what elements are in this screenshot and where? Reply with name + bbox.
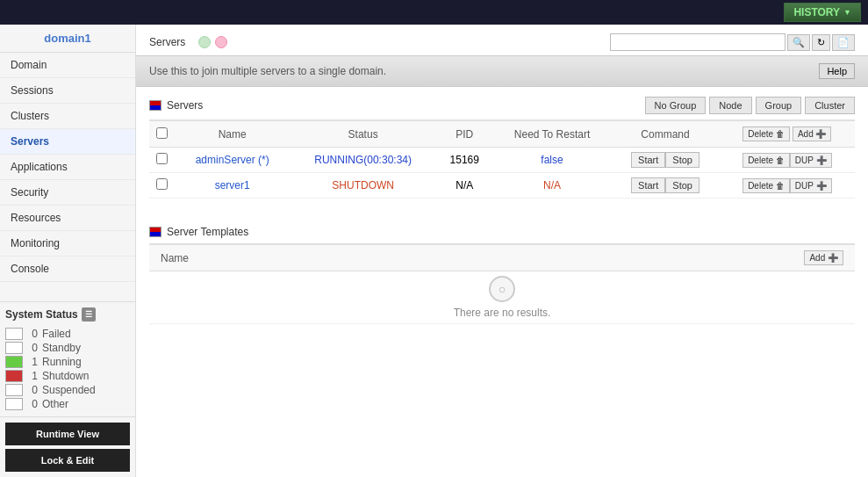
- servers-section-title: Servers: [149, 99, 203, 112]
- dup-server-button-1[interactable]: DUP ➕: [790, 178, 832, 193]
- server-row-0: adminServer (*)RUNNING(00:30:34)15169fal…: [149, 148, 855, 173]
- servers-section: Servers No GroupNodeGroupCluster Name St…: [136, 91, 868, 207]
- server-need-restart-0: false: [493, 148, 612, 173]
- dup-server-button-0[interactable]: DUP ➕: [790, 153, 832, 168]
- col-status: Status: [290, 121, 435, 148]
- server-filter-no-group-button[interactable]: No Group: [645, 97, 707, 114]
- help-button[interactable]: Help: [819, 63, 855, 79]
- history-arrow: ▼: [843, 8, 851, 17]
- status-row-failed: 0Failed: [5, 327, 130, 341]
- stop-button-0[interactable]: Stop: [665, 152, 699, 168]
- col-need-restart: Need To Restart: [493, 121, 612, 148]
- server-checkbox-1[interactable]: [156, 178, 168, 190]
- add-server-button[interactable]: Add ➕: [793, 126, 832, 141]
- system-status-header: System Status ☰: [5, 307, 130, 322]
- server-need-restart-1: N/A: [493, 173, 612, 199]
- dot-green: [198, 36, 211, 48]
- search-button[interactable]: 🔍: [787, 34, 810, 51]
- servers-table: Name Status PID Need To Restart Command …: [149, 121, 855, 199]
- top-bar: HISTORY ▼: [0, 0, 868, 25]
- sidebar-item-console[interactable]: Console: [0, 257, 135, 282]
- start-button-0[interactable]: Start: [631, 152, 665, 168]
- server-status-0: RUNNING(00:30:34): [290, 148, 435, 173]
- sidebar-buttons: Runtime View Lock & Edit: [0, 416, 135, 477]
- sidebar-item-domain[interactable]: Domain: [0, 53, 135, 78]
- history-label: HISTORY: [793, 6, 840, 18]
- status-row-standby: 0Standby: [5, 341, 130, 355]
- server-name-0[interactable]: adminServer (*): [175, 148, 290, 173]
- sidebar-item-servers[interactable]: Servers: [0, 129, 135, 155]
- status-row-running: 1Running: [5, 355, 130, 369]
- status-label-suspended: Suspended: [42, 384, 96, 396]
- templates-section-header: Server Templates: [149, 220, 855, 245]
- sidebar-item-resources[interactable]: Resources: [0, 206, 135, 231]
- page-title: Servers: [149, 36, 227, 48]
- stop-button-1[interactable]: Stop: [665, 177, 699, 193]
- templates-col-name: Name Add ➕: [149, 245, 855, 271]
- status-count-running: 1: [27, 356, 38, 368]
- server-filter-node-button[interactable]: Node: [709, 97, 751, 114]
- server-actions-0: Delete 🗑DUP ➕: [720, 148, 855, 173]
- status-box-shutdown: [5, 370, 23, 382]
- sidebar-item-sessions[interactable]: Sessions: [0, 78, 135, 104]
- no-results-text: There are no results.: [156, 307, 848, 319]
- info-text: Use this to join multiple servers to a s…: [149, 65, 386, 77]
- domain-label[interactable]: domain1: [0, 25, 135, 53]
- delete-all-button[interactable]: Delete 🗑: [742, 126, 790, 141]
- server-status-1: SHUTDOWN: [290, 173, 435, 199]
- export-button[interactable]: 📄: [832, 34, 855, 51]
- servers-table-body: adminServer (*)RUNNING(00:30:34)15169fal…: [149, 148, 855, 199]
- templates-table: Name Add ➕ ○ There are no results.: [149, 245, 855, 324]
- system-status-toggle[interactable]: ☰: [82, 307, 96, 322]
- row-checkbox-0: [149, 148, 175, 173]
- status-row-suspended: 0Suspended: [5, 383, 130, 397]
- no-results-cell: ○ There are no results.: [149, 271, 855, 324]
- system-status-label: System Status: [5, 308, 78, 321]
- status-box-running: [5, 356, 23, 368]
- sidebar-item-monitoring[interactable]: Monitoring: [0, 231, 135, 257]
- content-area: Servers 🔍 ↻ 📄 Use this to join multiple …: [136, 25, 868, 477]
- server-filter-cluster-button[interactable]: Cluster: [805, 97, 855, 114]
- status-label-running: Running: [42, 356, 82, 368]
- server-filter-group-button[interactable]: Group: [756, 97, 802, 114]
- server-pid-0: 15169: [436, 148, 493, 173]
- sidebar-item-security[interactable]: Security: [0, 180, 135, 206]
- add-template-button[interactable]: Add ➕: [804, 250, 843, 265]
- status-label-shutdown: Shutdown: [42, 370, 89, 382]
- delete-server-button-0[interactable]: Delete 🗑: [742, 153, 790, 168]
- sidebar-nav: DomainSessionsClustersServersApplication…: [0, 53, 135, 301]
- title-dots: [198, 36, 227, 48]
- row-checkbox-1: [149, 173, 175, 199]
- server-name-1[interactable]: server1: [175, 173, 290, 199]
- main-layout: domain1 DomainSessionsClustersServersApp…: [0, 25, 868, 477]
- status-row-other: 0Other: [5, 397, 130, 411]
- templates-section: Server Templates Name Add ➕: [136, 220, 868, 333]
- select-all-checkbox[interactable]: [156, 127, 168, 139]
- status-count-standby: 0: [27, 342, 38, 354]
- sidebar-item-clusters[interactable]: Clusters: [0, 104, 135, 129]
- server-pid-1: N/A: [436, 173, 493, 199]
- col-command: Command: [611, 121, 719, 148]
- servers-section-actions: No GroupNodeGroupCluster: [645, 97, 855, 114]
- sidebar-item-applications[interactable]: Applications: [0, 155, 135, 180]
- search-input[interactable]: [610, 33, 786, 51]
- status-count-other: 0: [27, 398, 38, 410]
- delete-server-button-1[interactable]: Delete 🗑: [742, 178, 790, 193]
- status-box-failed: [5, 328, 23, 340]
- col-delete: Delete 🗑 Add ➕: [720, 121, 855, 148]
- templates-section-title: Server Templates: [149, 226, 248, 238]
- refresh-button[interactable]: ↻: [812, 34, 830, 51]
- templates-flag-icon: [149, 227, 161, 237]
- lock-edit-button[interactable]: Lock & Edit: [5, 449, 130, 472]
- server-checkbox-0[interactable]: [156, 153, 168, 164]
- no-results-row: ○ There are no results.: [149, 271, 855, 324]
- history-button[interactable]: HISTORY ▼: [784, 3, 861, 22]
- runtime-view-button[interactable]: Runtime View: [5, 423, 130, 445]
- server-command-0: StartStop: [611, 148, 719, 173]
- status-box-suspended: [5, 384, 23, 396]
- status-label-other: Other: [42, 398, 68, 410]
- start-button-1[interactable]: Start: [631, 177, 665, 193]
- server-command-1: StartStop: [611, 173, 719, 199]
- status-rows: 0Failed0Standby1Running1Shutdown0Suspend…: [5, 327, 130, 411]
- status-count-shutdown: 1: [27, 370, 38, 382]
